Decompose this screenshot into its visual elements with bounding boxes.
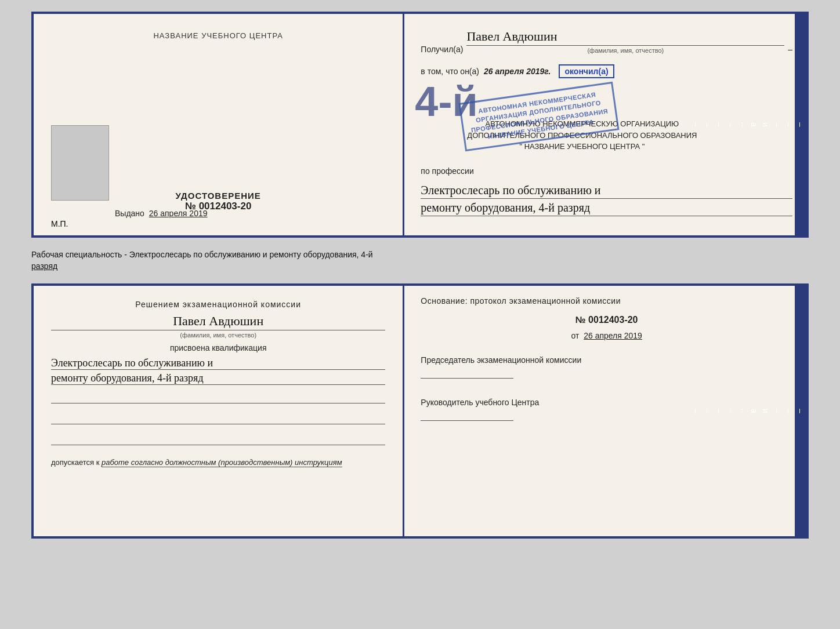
profession-line1: Электрослесарь по обслуживанию и [421, 184, 792, 199]
blank-line-3 [51, 434, 385, 445]
udostoverenie-label: УДОСТОВЕРЕНИЕ [176, 191, 261, 201]
okonchil-label: окончил(а) [559, 64, 614, 78]
person-name-top: Павел Авдюшин [466, 29, 784, 46]
photo-placeholder [51, 125, 109, 201]
blank-line-1 [51, 392, 385, 403]
top-doc-left: НАЗВАНИЕ УЧЕБНОГО ЦЕНТРА УДОСТОВЕРЕНИЕ №… [34, 14, 404, 235]
ot-date-block: от 26 апреля 2019 [421, 331, 792, 340]
rukovoditel-block: Руководитель учебного Центра [421, 398, 792, 423]
vydano-label: Выдано [115, 209, 144, 218]
predsedatel-label: Председатель экзаменационной комиссии [421, 355, 792, 365]
predsedatel-sig-line [421, 367, 513, 379]
fio-caption-top: (фамилия, имя, отчество) [466, 47, 784, 54]
predsedatel-block: Председатель экзаменационной комиссии [421, 355, 792, 380]
bottom-doc-left: Решением экзаменационной комиссии Павел … [34, 286, 404, 536]
kvalif-line2: ремонту оборудования, 4-й разряд [51, 372, 385, 385]
bottom-document: Решением экзаменационной комиссии Павел … [31, 283, 809, 539]
fio-caption-bottom: (фамилия, имя, отчество) [51, 332, 385, 339]
vtom-label: в том, что он(а) [421, 67, 479, 76]
vtom-date: 26 апреля 2019г. [484, 67, 551, 76]
bottom-right-decoration: – – – и а ← – – – – [795, 286, 806, 536]
poluchil-label: Получил(а) [421, 45, 463, 54]
middle-line2: разряд [31, 261, 809, 272]
resheniem-title: Решением экзаменационной комиссии [51, 300, 385, 309]
ot-label: от [571, 331, 579, 340]
protokol-number: № 0012403-20 [421, 315, 792, 325]
dopuskaetsya-block: допускается к работе согласно должностны… [51, 458, 385, 467]
rukovoditel-sig-line [421, 409, 513, 421]
dopuskaetsya-value: работе согласно должностным (производств… [102, 458, 342, 467]
blank-line-2 [51, 413, 385, 424]
top-left-title: НАЗВАНИЕ УЧЕБНОГО ЦЕНТРА [153, 31, 283, 40]
top-right-decoration: – – – и а ← – – – – [795, 14, 806, 235]
ot-date: 26 апреля 2019 [584, 331, 642, 340]
po-professii-label: по профессии [421, 166, 792, 176]
person-name-bottom: Павел Авдюшин [51, 314, 385, 330]
profession-line2: ремонту оборудования, 4-й разряд [421, 201, 792, 216]
vydano-date: 26 апреля 2019 [149, 209, 208, 218]
page-wrapper: НАЗВАНИЕ УЧЕБНОГО ЦЕНТРА УДОСТОВЕРЕНИЕ №… [12, 12, 828, 539]
rukovoditel-label: Руководитель учебного Центра [421, 398, 792, 407]
vydano-block: Выдано 26 апреля 2019 [115, 209, 208, 218]
middle-line1: Рабочая специальность - Электрослесарь п… [31, 249, 809, 261]
prisvoena-label: присвоена квалификация [51, 343, 385, 352]
osnovanie-label: Основание: протокол экзаменационной коми… [421, 296, 792, 306]
mp-label: М.П. [51, 219, 68, 228]
top-document: НАЗВАНИЕ УЧЕБНОГО ЦЕНТРА УДОСТОВЕРЕНИЕ №… [31, 12, 809, 238]
kvalif-line1: Электрослесарь по обслуживанию и [51, 357, 385, 370]
middle-text-block: Рабочая специальность - Электрослесарь п… [31, 247, 809, 274]
dopuskaetsya-label: допускается к [51, 458, 99, 467]
